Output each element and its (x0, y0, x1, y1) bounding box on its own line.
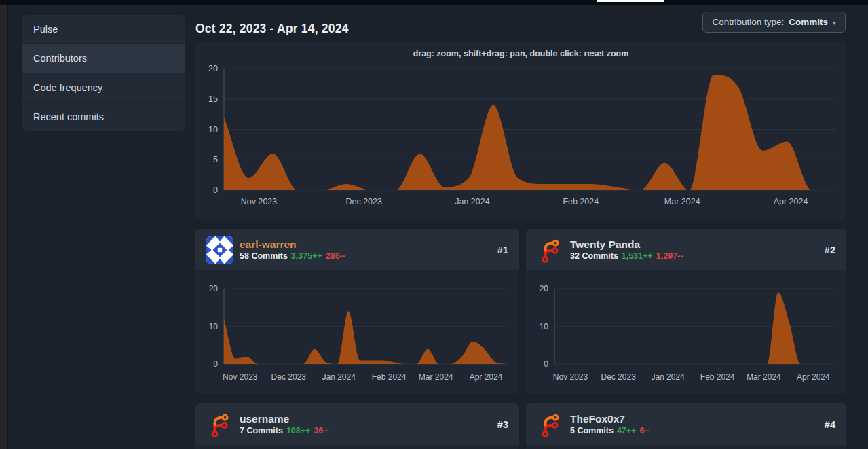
contributor-card-header: username 7 Commits108++36-- #3 (195, 403, 519, 445)
x-tick-label: Feb 2024 (700, 372, 735, 382)
contributor-card: earl-warren 58 Commits3,375++286-- #1 01… (195, 229, 519, 394)
x-tick-label: Jan 2024 (651, 372, 685, 382)
window-edge-strip (0, 5, 8, 449)
deletions-count: 36-- (314, 426, 328, 435)
contributor-card: Twenty Panda 32 Commits1,531++1,297-- #2… (526, 229, 846, 394)
rank-badge: #1 (497, 245, 508, 255)
x-tick-label: Jan 2024 (322, 372, 356, 382)
y-tick-label: 15 (208, 94, 218, 104)
rank-badge: #2 (825, 245, 835, 255)
y-tick-label: 10 (209, 322, 219, 331)
sidebar-item-recent-commits[interactable]: Recent commits (22, 102, 185, 131)
x-tick-label: Mar 2024 (419, 372, 453, 382)
contributor-name-link[interactable]: username (240, 413, 329, 425)
forgejo-logo-avatar (206, 411, 233, 438)
sidebar-item-code-frequency[interactable]: Code frequency (22, 73, 185, 102)
contributor-card: username 7 Commits108++36-- #3 (195, 403, 519, 449)
avatar (206, 411, 233, 438)
commit-count: 5 Commits (570, 426, 614, 435)
chart-zoom-hint: drag: zoom, shift+drag: pan, double clic… (195, 49, 846, 58)
commit-count: 7 Commits (240, 426, 283, 435)
avatar (537, 411, 564, 438)
x-tick-label: Mar 2024 (664, 197, 700, 206)
avatar (206, 236, 233, 264)
contributor-card-header: TheFox0x7 5 Commits47++6-- #4 (526, 403, 846, 445)
x-tick-label: Nov 2023 (223, 372, 258, 382)
contributor-name-link[interactable]: TheFox0x7 (570, 413, 650, 425)
contributor-card-header: Twenty Panda 32 Commits1,531++1,297-- #2 (526, 229, 846, 270)
y-tick-label: 10 (208, 125, 218, 134)
top-bar (0, 0, 868, 5)
contributor-stats: 32 Commits1,531++1,297-- (570, 251, 683, 261)
avatar (537, 236, 564, 264)
contributor-stats: 7 Commits108++36-- (240, 426, 329, 435)
y-tick-label: 10 (540, 322, 549, 331)
additions-count: 1,531++ (622, 251, 653, 261)
forgejo-logo-avatar (537, 411, 564, 438)
additions-count: 3,375++ (291, 251, 322, 261)
rank-badge: #4 (825, 419, 835, 430)
commit-area-series (554, 293, 834, 365)
contribution-type-value: Commits (789, 17, 828, 27)
x-tick-label: Mar 2024 (747, 372, 781, 382)
contributor-card: TheFox0x7 5 Commits47++6-- #4 (526, 403, 846, 449)
commit-area-series (224, 311, 507, 364)
x-tick-label: Feb 2024 (563, 197, 599, 206)
x-tick-label: Apr 2024 (470, 372, 503, 382)
rank-badge: #3 (497, 419, 508, 430)
x-tick-label: Feb 2024 (372, 372, 407, 382)
sidebar-item-pulse[interactable]: Pulse (22, 15, 185, 43)
contributor-name-link[interactable]: Twenty Panda (570, 238, 683, 250)
y-tick-label: 0 (213, 359, 218, 369)
deletions-count: 6-- (639, 426, 649, 435)
commit-count: 58 Commits (240, 251, 288, 261)
forgejo-logo-avatar (537, 236, 564, 264)
contributor-stats: 58 Commits3,375++286-- (240, 251, 345, 261)
commit-count: 32 Commits (570, 251, 618, 261)
main-activity-chart[interactable]: 05101520Nov 2023Dec 2023Jan 2024Feb 2024… (195, 42, 846, 219)
additions-count: 47++ (617, 426, 637, 435)
x-tick-label: Apr 2024 (774, 197, 808, 206)
deletions-count: 1,297-- (656, 251, 683, 261)
x-tick-label: Nov 2023 (553, 372, 588, 382)
repo-activity-sidebar: PulseContributorsCode frequencyRecent co… (22, 15, 185, 131)
chevron-down-icon: ▾ (833, 19, 836, 26)
x-tick-label: Jan 2024 (455, 197, 489, 206)
y-tick-label: 0 (544, 359, 548, 369)
y-tick-label: 0 (213, 185, 218, 195)
date-range-title: Oct 22, 2023 - Apr 14, 2024 (195, 22, 349, 36)
y-tick-label: 5 (213, 155, 218, 164)
y-tick-label: 20 (540, 284, 549, 293)
x-tick-label: Dec 2023 (345, 197, 382, 206)
additions-count: 108++ (286, 426, 310, 435)
contribution-type-dropdown[interactable]: Contribution type: Commits ▾ (702, 12, 846, 33)
contribution-type-label: Contribution type: (712, 17, 784, 27)
y-tick-label: 20 (209, 284, 219, 293)
y-tick-label: 20 (208, 64, 218, 73)
contributor-card-header: earl-warren 58 Commits3,375++286-- #1 (195, 229, 519, 270)
main-activity-chart-card: drag: zoom, shift+drag: pan, double clic… (195, 42, 846, 219)
sidebar-item-contributors[interactable]: Contributors (22, 43, 185, 73)
contributor-name-link[interactable]: earl-warren (240, 238, 345, 250)
active-tab-indicator (597, 0, 664, 2)
x-tick-label: Apr 2024 (797, 372, 830, 382)
contributor-stats: 5 Commits47++6-- (570, 426, 650, 435)
identicon-avatar (206, 236, 233, 264)
x-tick-label: Dec 2023 (601, 372, 637, 382)
commit-area-series (224, 75, 836, 190)
x-tick-label: Dec 2023 (271, 372, 307, 382)
x-tick-label: Nov 2023 (241, 197, 278, 206)
deletions-count: 286-- (326, 251, 345, 261)
